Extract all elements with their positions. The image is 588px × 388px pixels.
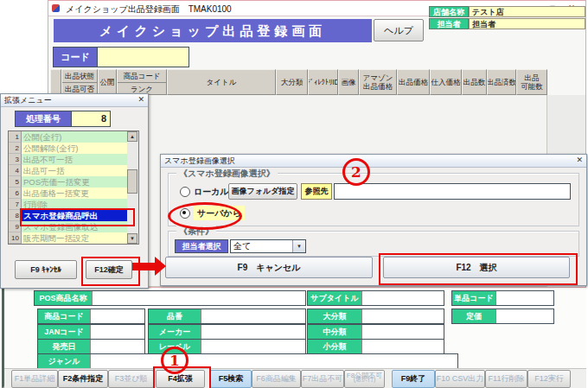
table-column-header: 画像: [338, 69, 359, 95]
form-field-genre: ジャンル: [37, 353, 458, 369]
staff-label: 担当者: [429, 18, 469, 29]
image-source-group-label: 《スマホ登録画像選択》: [176, 168, 278, 180]
f9-button[interactable]: F9終了: [392, 370, 435, 388]
condition-group-label: 《条件》: [176, 226, 216, 238]
detail-form-panel: POS商品名称サブタイトル単品コード商品コード品番大分類定価JANコードメーカー…: [2, 288, 586, 388]
chevron-down-icon[interactable]: ▼: [292, 240, 305, 252]
menu-item-2[interactable]: 2公開解除(全行): [9, 143, 127, 154]
form-input-label_name[interactable]: [201, 340, 305, 353]
staff-select-label: 担当者選択: [175, 239, 228, 253]
form-label-tanpin_code: 単品コード: [452, 291, 495, 305]
f12-button[interactable]: F12実行: [527, 370, 571, 388]
menu-item-9[interactable]: 9スマホ登録画像取込: [9, 221, 127, 232]
form-input-hinban[interactable]: [201, 309, 305, 323]
code-input[interactable]: [97, 48, 189, 67]
table-column-header: ﾃﾞｨﾚｸﾄﾘID: [308, 69, 338, 95]
f10-button[interactable]: F10 CSV出力: [435, 370, 485, 388]
dialog-cancel-button[interactable]: F9 キャンセル: [165, 257, 373, 278]
scroll-up-icon[interactable]: ▲: [127, 131, 137, 142]
f11-button[interactable]: F11行削除: [485, 370, 527, 388]
form-field-label_name: レーベル: [148, 339, 306, 354]
menu-item-number: 4: [9, 165, 22, 176]
form-label-teika: 定価: [452, 309, 495, 323]
form-input-subtitle[interactable]: [361, 291, 444, 305]
menu-item-7[interactable]: 7行削除: [9, 199, 127, 210]
dialog-titlebar: スマホ登録画像選択: [161, 155, 586, 168]
form-input-hatsubaibi[interactable]: [90, 340, 144, 353]
extension-menu-titlebar: 拡張メニュー: [1, 94, 148, 107]
list-scrollbar[interactable]: ▲ ▼: [126, 131, 138, 244]
f7-button[interactable]: F7出品不可: [301, 370, 344, 388]
menu-item-number: 7: [9, 199, 22, 210]
form-input-genre[interactable]: [90, 354, 457, 368]
scroll-down-icon[interactable]: ▼: [127, 233, 137, 244]
form-field-chubunrui: 中分類: [307, 324, 444, 340]
form-input-chubunrui[interactable]: [361, 325, 444, 339]
menu-item-label: 出品不可一括: [22, 154, 127, 165]
radio-local[interactable]: [180, 187, 190, 197]
table-column-header: [50, 69, 61, 95]
table-column-header: 商品コードランク: [117, 69, 167, 95]
form-label-label_name: レーベル: [149, 340, 201, 353]
menu-item-label: 出品可一括: [22, 165, 127, 176]
form-field-teika: 定価: [451, 308, 554, 324]
form-input-daibunrui[interactable]: [361, 309, 444, 323]
staff-select-dropdown[interactable]: 全て ▼: [230, 239, 306, 253]
menu-item-label: 行削除: [22, 199, 127, 210]
radio-server[interactable]: [180, 208, 190, 219]
form-field-jan_code: JANコード: [37, 324, 145, 340]
form-input-teika[interactable]: [495, 309, 553, 323]
extension-menu-close-icon[interactable]: ✕: [137, 95, 144, 104]
staff-select-value: 全て: [231, 240, 292, 252]
form-field-maker: メーカー: [148, 324, 306, 340]
f1-button[interactable]: F1単品詳細: [11, 370, 58, 388]
form-label-pos_name: POS商品名称: [35, 291, 92, 305]
menu-item-10[interactable]: 10販売期間一括設定: [9, 232, 127, 244]
table-column-header: 大分類: [276, 69, 308, 95]
reference-label: 参照先: [301, 183, 332, 200]
dialog-select-button[interactable]: F12 選択: [383, 257, 570, 278]
f3-button[interactable]: F3並び順: [108, 370, 154, 388]
menu-item-5[interactable]: 5POS売価一括変更: [9, 176, 127, 188]
app-icon: [52, 4, 60, 12]
help-button[interactable]: ヘルプ: [374, 19, 424, 41]
f4-button[interactable]: F4拡張: [156, 370, 205, 388]
menu-item-number: 10: [9, 232, 22, 244]
form-input-shobunrui[interactable]: [361, 340, 444, 353]
ext-menu-confirm-button[interactable]: F12確定: [86, 260, 132, 279]
menu-item-label: POS売価一括変更: [22, 176, 127, 188]
menu-item-8[interactable]: 8スマホ登録商品呼出: [9, 210, 127, 221]
menu-item-label: 出品価格一括変更: [22, 188, 127, 199]
table-column-header: 出品数: [462, 69, 487, 95]
reference-path-input[interactable]: [334, 183, 571, 200]
scrollbar-thumb[interactable]: [127, 169, 137, 194]
form-input-maker[interactable]: [201, 325, 305, 339]
f5-button[interactable]: F5検索: [210, 370, 252, 388]
form-input-tanpin_code[interactable]: [495, 291, 553, 305]
process-number-group: 処理番号 8: [15, 111, 111, 127]
f6-button[interactable]: F6商品編集: [252, 370, 301, 388]
table-column-header: 出品価格: [397, 69, 430, 95]
process-number-input[interactable]: 8: [71, 111, 110, 126]
form-input-jan_code[interactable]: [90, 325, 144, 339]
menu-item-1[interactable]: 1公開(全行): [9, 131, 127, 143]
f2-button[interactable]: F2条件指定: [58, 370, 108, 388]
menu-item-3[interactable]: 3出品不可一括: [9, 154, 127, 165]
table-column-header: タイトル: [167, 69, 276, 95]
table-column-header: 出品状態出品可否: [61, 69, 98, 95]
form-input-item_code[interactable]: [90, 309, 144, 323]
menu-item-4[interactable]: 4出品可一括: [9, 165, 127, 176]
menu-item-number: 8: [9, 210, 22, 221]
menu-item-label: スマホ登録商品呼出: [22, 210, 127, 221]
image-folder-button[interactable]: 画像フォルダ指定: [228, 183, 297, 200]
ext-menu-cancel-button[interactable]: F9 ｷｬﾝｾﾙ: [15, 260, 77, 279]
shop-name-label: 店舗名称: [429, 6, 469, 17]
form-field-subtitle: サブタイトル: [307, 290, 444, 306]
f8-button[interactable]: F8公開不可(選択行): [344, 370, 385, 388]
form-label-genre: ジャンル: [38, 354, 90, 368]
form-input-pos_name[interactable]: [92, 291, 305, 305]
radio-server-label[interactable]: サーバから: [194, 206, 245, 220]
form-label-chubunrui: 中分類: [308, 325, 361, 339]
menu-item-6[interactable]: 6出品価格一括変更: [9, 188, 127, 199]
dialog-close-icon[interactable]: ✕: [576, 156, 583, 164]
